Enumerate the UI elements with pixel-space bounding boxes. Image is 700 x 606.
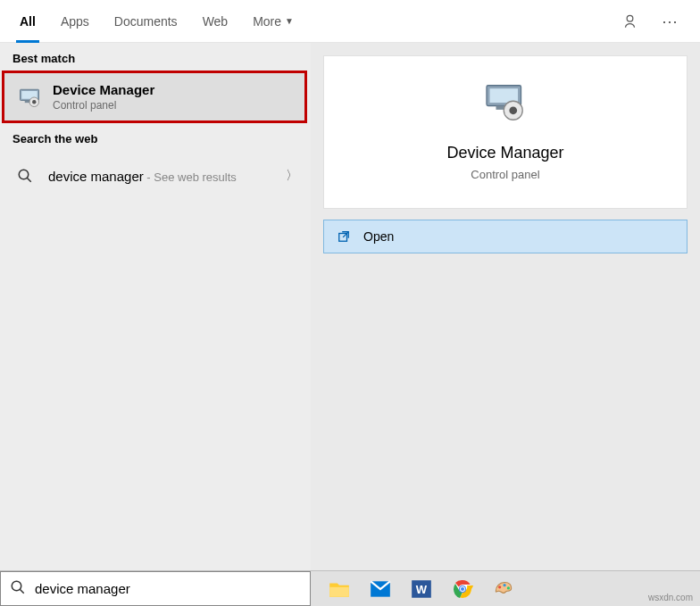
taskbar-word-icon[interactable]: W bbox=[402, 572, 441, 606]
feedback-icon[interactable] bbox=[621, 11, 643, 32]
web-result-item[interactable]: device manager - See web results 〉 bbox=[0, 151, 311, 201]
tab-web[interactable]: Web bbox=[190, 0, 241, 43]
result-subtitle: Control panel bbox=[53, 99, 292, 112]
more-options-icon[interactable]: ⋯ bbox=[659, 11, 680, 32]
web-suffix: - See web results bbox=[144, 170, 237, 184]
best-match-label: Best match bbox=[0, 43, 311, 71]
tab-apps[interactable]: Apps bbox=[48, 0, 102, 43]
svg-point-24 bbox=[498, 585, 501, 588]
device-manager-large-icon bbox=[480, 78, 530, 128]
tab-all[interactable]: All bbox=[7, 0, 48, 43]
preview-card: Device Manager Control panel bbox=[323, 55, 688, 209]
preview-subtitle: Control panel bbox=[471, 168, 539, 181]
svg-point-25 bbox=[503, 584, 505, 586]
web-query: device manager bbox=[48, 169, 144, 184]
preview-title: Device Manager bbox=[446, 144, 563, 162]
search-input[interactable] bbox=[35, 581, 301, 596]
search-icon bbox=[12, 163, 38, 188]
open-label: Open bbox=[363, 229, 394, 244]
svg-point-5 bbox=[32, 100, 36, 104]
filter-tabs: All Apps Documents Web More ▼ ⋯ bbox=[0, 0, 700, 43]
search-input-icon bbox=[10, 579, 26, 598]
svg-point-6 bbox=[19, 170, 29, 179]
open-icon bbox=[337, 229, 351, 244]
result-title: Device Manager bbox=[53, 82, 292, 97]
watermark: wsxdn.com bbox=[648, 593, 693, 602]
taskbar-mail-icon[interactable] bbox=[361, 572, 400, 606]
web-result-text: device manager - See web results bbox=[48, 169, 275, 184]
svg-point-26 bbox=[507, 586, 510, 589]
open-button[interactable]: Open bbox=[323, 220, 688, 253]
preview-panel: Device Manager Control panel Open bbox=[311, 43, 700, 570]
tab-more[interactable]: More ▼ bbox=[240, 0, 306, 43]
best-match-result[interactable]: Device Manager Control panel bbox=[2, 71, 307, 123]
taskbar-chrome-icon[interactable] bbox=[443, 572, 482, 606]
search-web-label: Search the web bbox=[0, 123, 311, 151]
taskbar-paint-icon[interactable] bbox=[484, 572, 523, 606]
tab-documents[interactable]: Documents bbox=[102, 0, 190, 43]
svg-point-14 bbox=[12, 581, 21, 591]
results-panel: Best match Device Manager Control panel … bbox=[0, 43, 311, 570]
svg-line-7 bbox=[27, 178, 31, 182]
taskbar: W bbox=[311, 571, 700, 606]
tab-more-label: More bbox=[253, 14, 281, 29]
svg-point-12 bbox=[509, 106, 517, 114]
bottom-bar: W bbox=[0, 570, 700, 606]
chevron-right-icon: 〉 bbox=[286, 168, 298, 184]
device-manager-icon bbox=[17, 85, 42, 110]
svg-point-23 bbox=[461, 587, 464, 591]
svg-line-15 bbox=[20, 589, 24, 594]
search-box[interactable] bbox=[0, 571, 311, 606]
taskbar-file-explorer-icon[interactable] bbox=[320, 572, 359, 606]
main-area: Best match Device Manager Control panel … bbox=[0, 43, 700, 570]
svg-rect-16 bbox=[329, 586, 349, 596]
chevron-down-icon: ▼ bbox=[285, 16, 294, 26]
svg-text:W: W bbox=[416, 583, 428, 596]
svg-point-0 bbox=[627, 15, 633, 21]
